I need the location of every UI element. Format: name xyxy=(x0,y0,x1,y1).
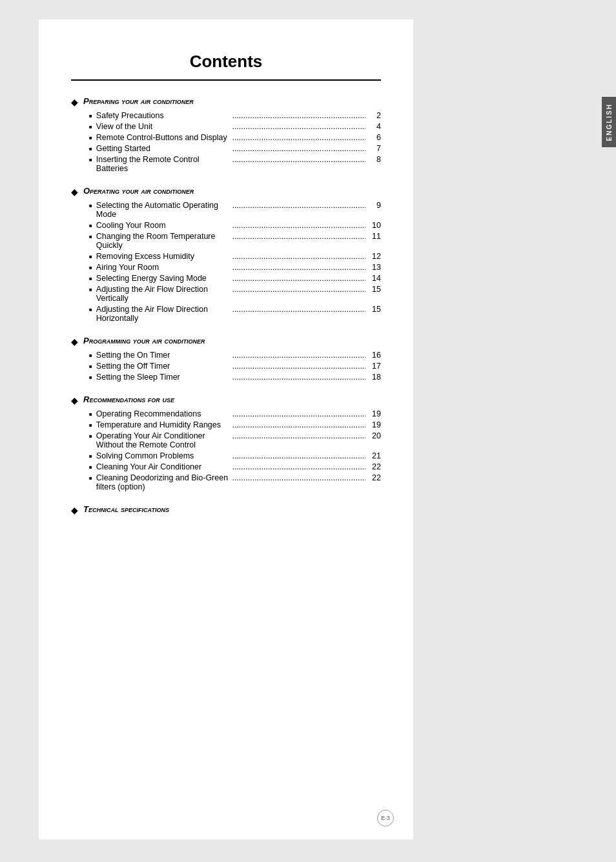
toc-page-number: 11 xyxy=(368,232,381,241)
toc-item: ■Selecting Energy Saving Mode ..........… xyxy=(71,274,381,283)
toc-item-text: Setting the On Timer xyxy=(96,351,230,360)
toc-item: ■Cleaning Deodorizing and Bio-Green filt… xyxy=(71,473,381,491)
toc-item-text: Inserting the Remote Control Batteries xyxy=(96,155,230,173)
toc-dots: ........................................… xyxy=(232,263,365,272)
toc-item: ■Setting the Sleep Timer ...............… xyxy=(71,373,381,382)
toc-dots: ........................................… xyxy=(232,122,365,131)
toc-item-text: Cleaning Deodorizing and Bio-Green filte… xyxy=(96,473,230,491)
toc-dots: ........................................… xyxy=(232,409,365,418)
toc-dots: ........................................… xyxy=(232,362,365,371)
toc-page-number: 2 xyxy=(368,111,381,120)
bullet-icon: ■ xyxy=(89,203,92,209)
toc-item-inner: Removing Excess Humidity ...............… xyxy=(96,252,381,261)
toc-item: ■View of the Unit ......................… xyxy=(71,122,381,131)
toc-item: ■Setting the On Timer ..................… xyxy=(71,351,381,360)
toc-item-text: Changing the Room Temperature Quickly xyxy=(96,232,230,250)
diamond-icon: ◆ xyxy=(71,505,78,515)
toc-page-number: 4 xyxy=(368,122,381,131)
toc-dots: ........................................… xyxy=(232,221,365,230)
toc-page-number: 21 xyxy=(368,451,381,460)
toc-item: ■Operating Recommendations .............… xyxy=(71,409,381,418)
toc-dots: ........................................… xyxy=(232,462,365,471)
toc-item-text: Selecting Energy Saving Mode xyxy=(96,274,230,283)
toc-item: ■Cooling Your Room .....................… xyxy=(71,221,381,230)
toc-section-operating: ◆Operating your air conditioner■Selectin… xyxy=(71,186,381,323)
toc-item-inner: Setting the Off Timer ..................… xyxy=(96,362,381,371)
toc-item: ■Solving Common Problems ...............… xyxy=(71,451,381,460)
toc-page-number: 16 xyxy=(368,351,381,360)
toc-item-text: Solving Common Problems xyxy=(96,451,230,460)
bullet-icon: ■ xyxy=(89,307,92,313)
toc-item-text: Adjusting the Air Flow Direction Horizon… xyxy=(96,305,230,323)
toc-page-number: 8 xyxy=(368,155,381,164)
toc-item: ■Inserting the Remote Control Batteries … xyxy=(71,155,381,173)
title-divider xyxy=(71,79,381,81)
toc-dots: ........................................… xyxy=(232,201,365,210)
toc-item: ■Safety Precautions ....................… xyxy=(71,111,381,120)
bullet-icon: ■ xyxy=(89,276,92,282)
toc-item-inner: Remote Control-Buttons and Display .....… xyxy=(96,133,381,142)
toc-item-text: Airing Your Room xyxy=(96,263,230,272)
bullet-icon: ■ xyxy=(89,353,92,358)
toc-item: ■Operating Your Air Conditioner Without … xyxy=(71,431,381,449)
toc-item-text: Temperature and Humidity Ranges xyxy=(96,420,230,429)
bullet-icon: ■ xyxy=(89,411,92,417)
toc-item-text: Remote Control-Buttons and Display xyxy=(96,133,230,142)
toc-item-text: Adjusting the Air Flow Direction Vertica… xyxy=(96,285,230,303)
toc-item: ■Setting the Off Timer .................… xyxy=(71,362,381,371)
toc-item-text: Safety Precautions xyxy=(96,111,230,120)
toc-dots: ........................................… xyxy=(232,144,365,153)
language-sidebar: ENGLISH xyxy=(602,97,616,147)
toc-dots: ........................................… xyxy=(232,111,365,120)
toc-item-inner: Cleaning Deodorizing and Bio-Green filte… xyxy=(96,473,381,491)
toc-item: ■Selecting the Automatic Operating Mode … xyxy=(71,201,381,219)
toc-page-number: 20 xyxy=(368,431,381,440)
section-header-programming: ◆Programming your air conditioner xyxy=(71,336,381,347)
toc-page-number: 22 xyxy=(368,473,381,482)
toc-item-text: Setting the Off Timer xyxy=(96,362,230,371)
toc-page-number: 7 xyxy=(368,144,381,153)
bullet-icon: ■ xyxy=(89,375,92,380)
toc-section-technical: ◆Technical specifications xyxy=(71,504,381,515)
toc-dots: ........................................… xyxy=(232,373,365,382)
toc-dots: ........................................… xyxy=(232,232,365,241)
toc-dots: ........................................… xyxy=(232,473,365,482)
toc-item-inner: Selecting the Automatic Operating Mode .… xyxy=(96,201,381,219)
toc-page-number: 17 xyxy=(368,362,381,371)
toc-page-number: 10 xyxy=(368,221,381,230)
toc-section-recommendations: ◆Recommendations for use■Operating Recom… xyxy=(71,395,381,491)
toc-page-number: 22 xyxy=(368,462,381,471)
toc-item-text: Getting Started xyxy=(96,144,230,153)
toc-item: ■Adjusting the Air Flow Direction Vertic… xyxy=(71,285,381,303)
diamond-icon: ◆ xyxy=(71,97,78,107)
toc-item: ■Getting Started .......................… xyxy=(71,144,381,153)
bullet-icon: ■ xyxy=(89,254,92,260)
toc-page-number: 15 xyxy=(368,285,381,294)
toc-item-text: Selecting the Automatic Operating Mode xyxy=(96,201,230,219)
section-title: Recommendations for use xyxy=(83,395,174,404)
toc-item-text: Removing Excess Humidity xyxy=(96,252,230,261)
toc-item-text: Cleaning Your Air Conditioner xyxy=(96,462,230,471)
toc-item: ■Remote Control-Buttons and Display ....… xyxy=(71,133,381,142)
bullet-icon: ■ xyxy=(89,265,92,271)
toc-item: ■Removing Excess Humidity ..............… xyxy=(71,252,381,261)
bullet-icon: ■ xyxy=(89,287,92,292)
toc-page-number: 12 xyxy=(368,252,381,261)
toc-item: ■Cleaning Your Air Conditioner .........… xyxy=(71,462,381,471)
toc-item-inner: Setting the On Timer ...................… xyxy=(96,351,381,360)
bullet-icon: ■ xyxy=(89,113,92,119)
page-number-badge: E·3 xyxy=(377,810,394,826)
toc-item-text: Operating Recommendations xyxy=(96,409,230,418)
toc-section-preparing: ◆Preparing your air conditioner■Safety P… xyxy=(71,96,381,173)
bullet-icon: ■ xyxy=(89,234,92,240)
toc-dots: ........................................… xyxy=(232,285,365,294)
bullet-icon: ■ xyxy=(89,146,92,152)
page-title: Contents xyxy=(71,52,381,72)
toc-dots: ........................................… xyxy=(232,305,365,314)
toc-page-number: 14 xyxy=(368,274,381,283)
toc-item-inner: Operating Your Air Conditioner Without t… xyxy=(96,431,381,449)
bullet-icon: ■ xyxy=(89,422,92,428)
page-number: E·3 xyxy=(381,815,390,821)
toc-page-number: 19 xyxy=(368,409,381,418)
toc-item-inner: Getting Started ........................… xyxy=(96,144,381,153)
